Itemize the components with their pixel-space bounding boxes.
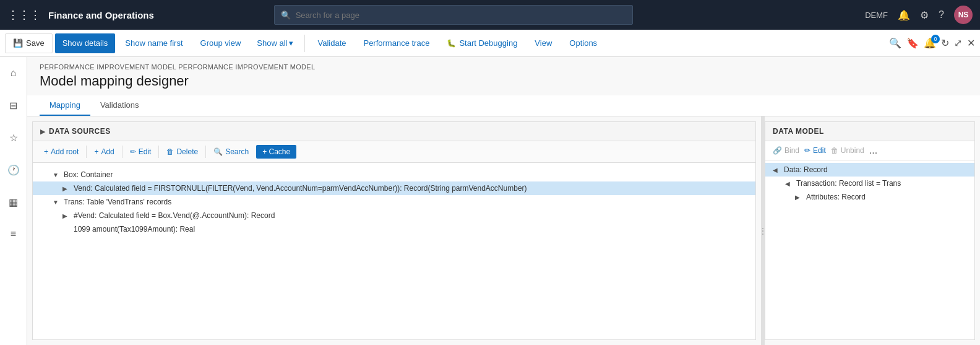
edit-icon: ✏ (804, 146, 810, 155)
data-model-panel: DATA MODEL 🔗 Bind ✏ Edit 🗑 Unbind (765, 121, 975, 340)
add-button[interactable]: + Add (90, 146, 118, 158)
dm-edit-button[interactable]: ✏ Edit (804, 146, 826, 155)
tree-item-vend[interactable]: ▶ Vend: Calculated field = FIRSTORNULL(F… (33, 181, 755, 195)
performance-trace-button[interactable]: Performance trace (356, 33, 437, 53)
ptbar-divider4 (205, 146, 206, 158)
main-content: PERFORMANCE IMPROVEMENT MODEL PERFORMANC… (27, 57, 980, 345)
environment-label: DEMF (865, 11, 888, 20)
app-title: Finance and Operations (48, 10, 154, 20)
data-sources-panel: ▶ DATA SOURCES + Add root + Add ✏ (32, 121, 756, 340)
unbind-icon: 🗑 (831, 146, 838, 155)
validate-button[interactable]: Validate (310, 33, 353, 53)
start-debugging-button[interactable]: 🐛 Start Debugging (439, 33, 525, 53)
sidebar-icon-filter[interactable]: ⊟ (2, 94, 25, 116)
breadcrumb: PERFORMANCE IMPROVEMENT MODEL PERFORMANC… (27, 57, 980, 72)
chevron-down-icon: ▾ (289, 38, 293, 48)
data-sources-title: DATA SOURCES (49, 127, 111, 136)
panels-area: ▶ DATA SOURCES + Add root + Add ✏ (27, 116, 980, 345)
add-icon: + (94, 147, 98, 156)
tree-item-1099[interactable]: ▶ 1099 amount(Tax1099Amount): Real (33, 222, 755, 236)
tabs-bar: Mapping Validations (27, 95, 980, 116)
sidebar-icon-star[interactable]: ☆ (2, 126, 25, 149)
dm-item-data[interactable]: ◀ Data: Record (765, 163, 974, 177)
help-icon[interactable]: ? (939, 9, 944, 20)
unbind-button[interactable]: 🗑 Unbind (831, 146, 864, 155)
search-button[interactable]: 🔍 Search (210, 146, 252, 158)
tree-item-trans[interactable]: ▼ Trans: Table 'VendTrans' records (33, 195, 755, 209)
group-view-button[interactable]: Group view (193, 33, 249, 53)
bind-button[interactable]: 🔗 Bind (773, 146, 799, 155)
close-icon[interactable]: ✕ (967, 37, 975, 49)
notification-badge[interactable]: 🔔 0 (924, 37, 936, 49)
more-options-icon[interactable]: ... (869, 145, 877, 156)
tree-item-hashvend[interactable]: ▶ #Vend: Calculated field = Box.Vend(@.A… (33, 209, 755, 222)
apps-grid-icon[interactable]: ⋮⋮⋮ (7, 8, 41, 22)
page-toolbar: 💾 Save Show details Show name first Grou… (0, 30, 980, 57)
expand-icon: ▼ (53, 172, 61, 178)
save-button[interactable]: 💾 Save (5, 33, 53, 53)
tab-validations[interactable]: Validations (90, 95, 149, 116)
expand-icon: ▼ (53, 199, 61, 206)
show-all-button[interactable]: Show all ▾ (251, 33, 299, 53)
notification-icon[interactable]: 🔔 (898, 9, 910, 21)
plus-icon: + (44, 147, 48, 156)
tab-mapping[interactable]: Mapping (40, 95, 90, 116)
data-model-toolbar: 🔗 Bind ✏ Edit 🗑 Unbind ... (765, 141, 974, 160)
expand-icon: ▶ (795, 194, 804, 201)
search-icon: 🔍 (281, 11, 291, 20)
data-model-tree: ◀ Data: Record ◀ Transaction: Record lis… (765, 160, 974, 339)
data-sources-header: ▶ DATA SOURCES (33, 122, 755, 141)
expand-icon: ◀ (773, 167, 781, 173)
dm-item-transaction[interactable]: ◀ Transaction: Record list = Trans (765, 177, 974, 190)
settings-icon[interactable]: ⚙ (920, 9, 929, 21)
sidebar-icon-home[interactable]: ⌂ (2, 62, 25, 84)
view-button[interactable]: View (527, 33, 559, 53)
edit-button[interactable]: ✏ Edit (126, 146, 155, 158)
sidebar-icon-list[interactable]: ≡ (2, 223, 25, 245)
bind-icon: 🔗 (773, 146, 782, 155)
sidebar-icon-grid[interactable]: ▦ (2, 191, 25, 213)
data-sources-toolbar: + Add root + Add ✏ Edit 🗑 (33, 141, 755, 163)
add-root-button[interactable]: + Add root (40, 146, 82, 158)
page-title: Model mapping designer (27, 72, 980, 95)
collapse-icon[interactable]: ▶ (40, 128, 45, 136)
search-bar[interactable]: 🔍 (274, 5, 633, 25)
refresh-icon[interactable]: ↻ (941, 37, 949, 49)
main-layout: ⌂ ⊟ ☆ 🕐 ▦ ≡ PERFORMANCE IMPROVEMENT MODE… (0, 57, 980, 345)
dm-item-attributes[interactable]: ▶ Attributes: Record (765, 190, 974, 204)
filter-icon[interactable]: 🔍 (889, 37, 901, 49)
top-nav-right: DEMF 🔔 ⚙ ? NS (865, 6, 973, 24)
tree-item[interactable]: ▼ Box: Container (33, 168, 755, 181)
edit-icon: ✏ (130, 147, 136, 156)
options-button[interactable]: Options (562, 33, 604, 53)
save-icon: 💾 (13, 38, 23, 48)
search-ds-icon: 🔍 (213, 147, 223, 156)
data-model-header: DATA MODEL (765, 122, 974, 141)
top-navigation: ⋮⋮⋮ Finance and Operations 🔍 DEMF 🔔 ⚙ ? … (0, 0, 980, 30)
expand-icon: ◀ (785, 180, 794, 187)
delete-icon: 🗑 (166, 147, 174, 156)
show-details-button[interactable]: Show details (55, 33, 116, 53)
ptbar-divider3 (158, 146, 159, 158)
sidebar-icon-recent[interactable]: 🕐 (2, 159, 25, 181)
expand-icon: ▶ (62, 212, 71, 219)
toolbar-separator (304, 35, 305, 52)
data-sources-tree: ▼ Box: Container ▶ Vend: Calculated fiel… (33, 163, 755, 339)
ptbar-divider1 (86, 146, 87, 158)
open-external-icon[interactable]: ⤢ (954, 37, 962, 49)
delete-button[interactable]: 🗑 Delete (163, 146, 202, 158)
left-sidebar: ⌂ ⊟ ☆ 🕐 ▦ ≡ (0, 57, 27, 345)
bookmark-icon[interactable]: 🔖 (906, 37, 919, 49)
debug-icon: 🐛 (447, 39, 456, 48)
ptbar-divider2 (122, 146, 123, 158)
search-input[interactable] (296, 11, 626, 20)
show-name-first-button[interactable]: Show name first (118, 33, 190, 53)
cache-button[interactable]: + Cache (256, 145, 296, 159)
expand-icon: ▶ (62, 185, 71, 192)
avatar[interactable]: NS (954, 6, 973, 24)
toolbar-right-icons: 🔍 🔖 🔔 0 ↻ ⤢ ✕ (889, 37, 975, 49)
